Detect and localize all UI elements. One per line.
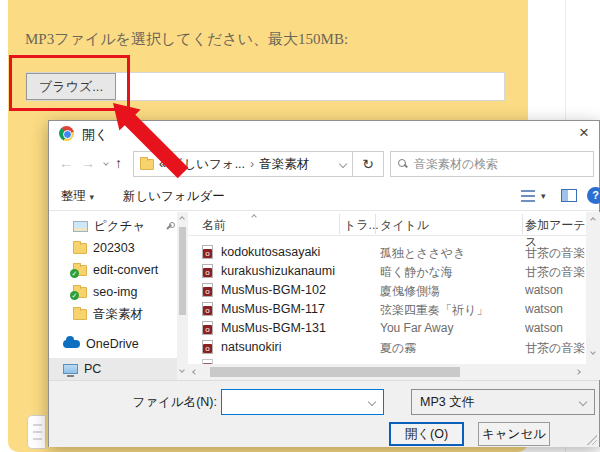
refresh-icon: ↻	[362, 156, 374, 172]
vertical-scrollbar[interactable]	[586, 212, 600, 364]
preview-pane-icon[interactable]	[561, 189, 577, 202]
filename-dropdown-icon[interactable]	[368, 398, 376, 406]
dialog-footer: ファイル名(N): MP3 文件 開く(O) キャンセル	[49, 380, 599, 447]
sync-check-icon: ✓	[70, 291, 79, 300]
organize-caret-icon: ▾	[89, 192, 94, 202]
column-header-name[interactable]: 名前	[202, 217, 226, 234]
pin-icon	[165, 222, 174, 231]
filename-input[interactable]	[221, 389, 384, 415]
resize-grip[interactable]	[587, 435, 597, 445]
folder-synced-icon: ✓	[73, 287, 87, 298]
upload-instruction: MP3ファイルを選択してください、最大150MB:	[25, 30, 348, 49]
folder-icon	[73, 243, 87, 254]
sort-ascending-icon	[251, 214, 257, 220]
sidebar-item-music-folder[interactable]: 音楽素材	[73, 304, 143, 324]
file-row[interactable]: natsunokiri 夏の霧 甘茶の音楽工	[188, 338, 586, 357]
close-icon[interactable]: ×	[573, 123, 595, 143]
search-box[interactable]: 音楽素材の検索	[390, 151, 594, 177]
search-placeholder: 音楽素材の検索	[414, 156, 498, 173]
address-dropdown-icon[interactable]	[339, 160, 347, 168]
filetype-select[interactable]: MP3 文件	[411, 389, 595, 415]
file-row[interactable]: MusMus-BGM-131 You Far Away watson	[188, 319, 586, 338]
file-row[interactable]: MusMus-BGM-102 廈傀修側塲 watson	[188, 281, 586, 300]
scroll-down-icon[interactable]	[590, 349, 596, 355]
file-list: 名前 トラ... タイトル 参加アーティス kodokutosasayaki 孤…	[188, 212, 600, 380]
sidebar-item-onedrive[interactable]: OneDrive	[63, 334, 139, 354]
column-header-track[interactable]: トラ...	[344, 217, 379, 234]
music-file-icon	[202, 245, 213, 259]
sidebar-scrollbar[interactable]	[177, 212, 188, 380]
scroll-down-icon[interactable]	[179, 367, 185, 373]
scrollbar-thumb[interactable]	[210, 367, 460, 377]
music-file-icon	[202, 340, 213, 354]
scroll-left-icon[interactable]	[192, 369, 198, 375]
scroll-right-icon[interactable]	[575, 369, 581, 375]
search-icon	[398, 159, 408, 169]
sidebar-item-edit-convert[interactable]: ✓ edit-convert	[73, 260, 158, 280]
cancel-button[interactable]: キャンセル	[478, 422, 550, 446]
back-icon[interactable]: ←	[59, 155, 73, 171]
onedrive-cloud-icon	[63, 340, 80, 348]
file-row[interactable]: kodokutosasayaki 孤独とささやき 甘茶の音楽工	[188, 243, 586, 262]
sidebar-item-202303[interactable]: 202303	[73, 238, 135, 258]
sidebar-item-pc[interactable]: PC	[63, 359, 101, 379]
music-file-icon	[202, 264, 213, 278]
column-header-title[interactable]: タイトル	[380, 217, 429, 234]
scroll-up-icon[interactable]	[590, 217, 596, 223]
sidebar-item-seo-img[interactable]: ✓ seo-img	[73, 282, 137, 302]
dialog-main-area: ピクチャ 202303 ✓ edit-convert ✓	[49, 212, 599, 380]
navigation-pane: ピクチャ 202303 ✓ edit-convert ✓	[49, 212, 177, 380]
page-side-widget	[27, 415, 46, 449]
list-header: 名前 トラ... タイトル 参加アーティス	[188, 212, 600, 236]
sidebar-item-pictures[interactable]: ピクチャ	[73, 216, 174, 236]
breadcrumb-separator: ›	[250, 157, 254, 171]
view-list-icon[interactable]	[521, 190, 535, 202]
music-file-icon	[202, 283, 213, 297]
sync-check-icon: ✓	[70, 269, 79, 278]
scrollbar-thumb[interactable]	[179, 227, 186, 315]
red-annotation-arrow-icon	[103, 93, 203, 193]
screenshot-root: MP3ファイルを選択してください、最大150MB: ブラウズ... 開く × ←…	[0, 0, 600, 452]
file-row[interactable]: MusMus-BGM-117 弦楽四重奏「祈り」 watson	[188, 300, 586, 319]
view-caret-icon[interactable]: ▾	[541, 191, 546, 201]
file-row-partial[interactable]	[188, 357, 586, 364]
open-button[interactable]: 開く(O)	[389, 422, 464, 446]
music-file-icon	[202, 321, 213, 335]
organize-menu[interactable]: 整理 ▾	[61, 188, 94, 205]
music-file-icon	[202, 302, 213, 316]
horizontal-scrollbar[interactable]	[188, 364, 586, 380]
pc-monitor-icon	[63, 364, 78, 374]
scroll-up-icon[interactable]	[179, 216, 185, 222]
breadcrumb-current[interactable]: 音楽素材	[259, 156, 309, 173]
filename-label: ファイル名(N):	[99, 394, 217, 411]
pictures-icon	[73, 221, 88, 232]
help-icon[interactable]: ?	[587, 187, 600, 204]
folder-synced-icon: ✓	[73, 265, 87, 276]
folder-icon	[73, 309, 87, 320]
filetype-dropdown-icon	[579, 398, 587, 406]
chrome-icon	[59, 126, 74, 141]
file-row[interactable]: kurakushizukanaumi 暗く静かな海 甘茶の音楽工	[188, 262, 586, 281]
refresh-button[interactable]: ↻	[353, 151, 384, 177]
forward-icon[interactable]: →	[81, 155, 95, 171]
